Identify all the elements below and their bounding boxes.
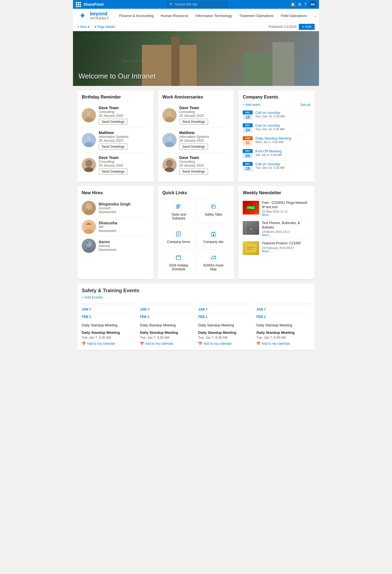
greet-button-0[interactable]: Send Greetings: [99, 119, 127, 125]
page-details-button[interactable]: ℹ Page details: [95, 25, 115, 29]
quick-links-card: Quick Links Tasks and Subtasks Safety Ta…: [158, 186, 234, 279]
nav-field[interactable]: Field Operations: [277, 12, 310, 19]
nav-finance[interactable]: Finance & Accounting: [116, 12, 157, 19]
search-box[interactable]: 🔍: [167, 1, 227, 7]
hire-dept: Develoment: [99, 229, 149, 233]
event-info-3: Kick-Off Meeting Sat, Jan 4, 4:00 AM: [255, 149, 310, 156]
svg-point-26: [84, 248, 93, 253]
birthday-card: Birthday Reminder Dave Team Consulting 2…: [77, 90, 154, 182]
event-name-0[interactable]: Call on monday: [255, 111, 310, 115]
help-icon[interactable]: ?: [304, 2, 306, 7]
brand-logo-icon: [77, 10, 88, 21]
safety-date-sep-3: [256, 313, 310, 313]
event-name-1[interactable]: Call on monday: [255, 123, 310, 127]
anniv-greet-0[interactable]: Send Greetings: [179, 119, 208, 125]
nav-hr[interactable]: Human Resource: [157, 12, 192, 19]
svg-rect-47: [245, 244, 256, 252]
quick-link-4[interactable]: 2018 Holiday Schedule: [162, 250, 195, 275]
add-calendar-3[interactable]: 📅 Add to my calendar: [256, 342, 310, 346]
newsletter-item-title-1: Test Phones, Buttinskis, & Buttsets: [262, 221, 310, 230]
new-hires-list: Bhupendra Singh Account Develoment Dhanu…: [82, 199, 149, 255]
greet-button-1[interactable]: Send Greetings: [99, 144, 127, 150]
app-launcher[interactable]: [76, 2, 80, 7]
svg-point-2: [84, 117, 93, 122]
anniv-greet-1[interactable]: Send Greetings: [179, 144, 208, 150]
row-2: New Hires Bhupendra Singh Account Develo…: [77, 186, 315, 279]
newsletter-title: Weekly Newsletter: [243, 190, 310, 195]
search-area: 🔍: [106, 1, 288, 7]
quick-link-5[interactable]: BJWSA Asset Map: [197, 250, 230, 275]
svg-point-3: [86, 111, 92, 116]
quick-link-2[interactable]: Company forms: [162, 226, 195, 247]
event-name-2[interactable]: Daily Standup Meeting: [255, 136, 310, 140]
person-company: Consulting: [179, 160, 230, 164]
svg-point-17: [165, 167, 174, 172]
anniv-greet-2[interactable]: Send Greetings: [179, 169, 208, 175]
add-calendar-0[interactable]: 📅 Add to my calendar: [82, 342, 136, 346]
hire-role: Account: [99, 206, 149, 210]
safety-date-end-2: FEB 1: [198, 315, 252, 319]
safety-date-sep-1: [140, 313, 194, 313]
newsletter-date-0: 22 May 2016 11:12: [262, 210, 310, 213]
event-2: JAN 01 Daily Standup Meeting Wed, Jan 1,…: [243, 135, 310, 147]
person-company: Consulting: [99, 160, 149, 164]
safety-dates-1: JAN 7 FEB 1: [140, 308, 194, 319]
add-calendar-2[interactable]: 📅 Add to my calendar: [198, 342, 252, 346]
hire-name: Bhupendra Singh: [99, 202, 149, 206]
add-event-button[interactable]: + Add event: [243, 103, 260, 107]
avatar-dave-1: [82, 108, 96, 122]
calendar-icon-3: 📅: [256, 342, 261, 346]
user-avatar[interactable]: BM: [309, 1, 316, 8]
new-button[interactable]: + New ▾: [77, 25, 89, 29]
safety-dates-0: JAN 7 FEB 1: [82, 308, 136, 319]
event-name-3[interactable]: Kick-Off Meeting: [255, 149, 310, 153]
see-all-events[interactable]: See all: [300, 103, 310, 107]
event-badge-2: JAN 01: [243, 136, 253, 146]
search-input[interactable]: [175, 2, 219, 6]
person-company: Information Systems: [179, 135, 230, 139]
search-icon: 🔍: [169, 3, 173, 6]
calendar-icon-0: 📅: [82, 342, 86, 346]
newsletter-info-0: Free - CZ20051 Pinga Network IP test too…: [262, 201, 310, 216]
settings-icon[interactable]: ⚙: [298, 2, 302, 7]
safety-col-2: JAN 7 FEB 1 Daily Standup Meeting Daily …: [198, 304, 252, 346]
svg-point-20: [84, 210, 93, 215]
quick-link-3[interactable]: Company site: [197, 226, 230, 247]
newsletter-more-0[interactable]: More...: [262, 213, 310, 216]
quick-link-label-1: Safety Talks: [204, 213, 222, 216]
svg-point-8: [84, 167, 93, 172]
greet-button-2[interactable]: Send Greetings: [99, 169, 127, 175]
safety-event-name-2: Daily Standup Meeting: [198, 323, 252, 327]
add-calendar-1[interactable]: 📅 Add to my calendar: [140, 342, 194, 346]
safety-date-end-3: FEB 1: [256, 315, 310, 319]
event-time-4: Tue, Dec 24, 5:30 AM: [255, 166, 310, 169]
brand-beyond: beyond: [90, 11, 109, 17]
safety-event-time-3: Tue, Jan 7, 6:30 AM: [256, 336, 310, 340]
newsletter-more-2[interactable]: More...: [262, 250, 310, 253]
nav-it[interactable]: Information Technology: [192, 12, 235, 19]
svg-point-9: [86, 161, 92, 166]
quick-link-0[interactable]: Tasks and Subtasks: [162, 199, 195, 224]
event-name-4[interactable]: Call on monday: [255, 162, 310, 166]
add-events-link[interactable]: + Add Events: [82, 295, 310, 299]
event-time-2: Wed, Jan 1, 4:00 AM: [255, 140, 310, 144]
event-badge-0: DEC 15: [243, 111, 253, 120]
nav-more[interactable]: ...: [311, 12, 319, 19]
event-info-2: Daily Standup Meeting Wed, Jan 1, 4:00 A…: [255, 136, 310, 144]
newsletter-more-1[interactable]: More...: [262, 233, 310, 237]
edit-button[interactable]: ✏ Edit: [299, 24, 315, 30]
avatar-anniv-dave-1: [162, 108, 177, 122]
nav-items: Finance & Accounting Human Resource Info…: [116, 12, 319, 19]
event-info-0: Call on monday Sun, Dec 15, 5:30 AM: [255, 111, 310, 118]
anniv-person-2: Dave Team Consulting 20 January 2020 Sen…: [162, 153, 230, 177]
svg-point-15: [167, 136, 172, 141]
nav-treatment[interactable]: Treatment Operations: [236, 12, 277, 19]
hire-name: Aaron: [99, 240, 149, 244]
birthday-person-0: Dave Team Consulting 20 January 2020 Sen…: [82, 103, 149, 128]
quick-link-1[interactable]: Safety Talks: [197, 199, 230, 224]
anniv-person-0-info: Dave Team Consulting 20 January 2020 Sen…: [179, 106, 230, 125]
notification-icon[interactable]: 🔔: [291, 2, 295, 7]
avatar-dhanusha: [82, 220, 96, 234]
svg-point-14: [165, 142, 174, 147]
svg-rect-30: [176, 207, 180, 207]
